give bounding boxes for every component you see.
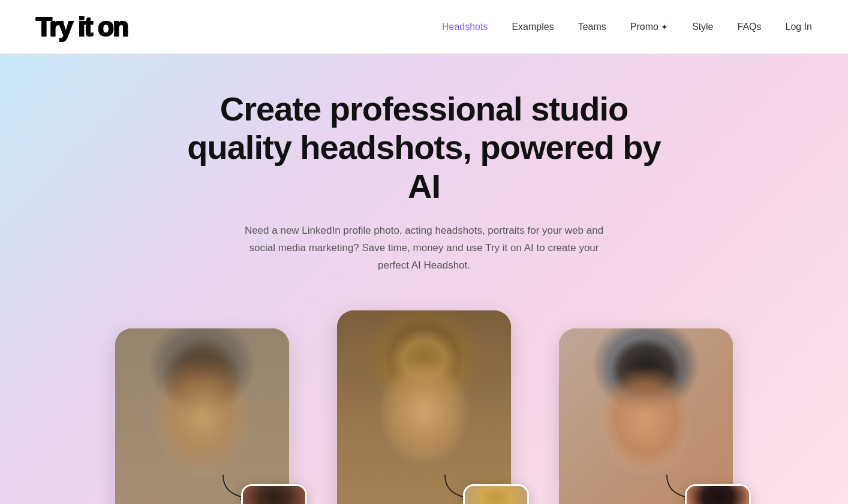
main-photo-woman1 [337,310,511,504]
nav-promo[interactable]: Promo ✦ [630,22,668,32]
hero-title: Create professional studio quality heads… [184,90,664,206]
before-woman2-bg [687,486,749,504]
headshot-man-overlay [115,328,289,504]
before-man-bg [243,486,305,504]
header: Try it on Headshots Examples Teams Promo… [0,0,848,54]
headshot-woman1-overlay [337,310,511,504]
nav-style[interactable]: Style [692,22,714,32]
main-nav: Headshots Examples Teams Promo ✦ Style F… [442,22,812,32]
nav-login[interactable]: Log In [786,22,812,32]
nav-faqs[interactable]: FAQs [738,22,762,32]
photo-item-woman2 [559,328,733,504]
sparkle-icon: ✦ [661,22,668,32]
photo-item-woman1 [337,310,511,504]
before-woman1-bg [465,486,527,504]
before-photo-woman2 [685,484,751,504]
headshot-woman2-overlay [559,328,733,504]
nav-teams[interactable]: Teams [578,22,606,32]
before-photo-man [241,484,307,504]
logo[interactable]: Try it on [36,12,128,42]
headshot-examples [64,310,784,504]
nav-promo-label: Promo [630,22,658,32]
before-photo-woman1 [463,484,529,504]
hero-subtitle: Need a new LinkedIn profile photo, actin… [238,222,610,274]
nav-headshots[interactable]: Headshots [442,22,488,32]
hero-section: Create professional studio quality heads… [0,54,848,504]
photo-item-man [115,328,289,504]
main-photo-woman2 [559,328,733,504]
main-photo-man [115,328,289,504]
nav-examples[interactable]: Examples [512,22,554,32]
